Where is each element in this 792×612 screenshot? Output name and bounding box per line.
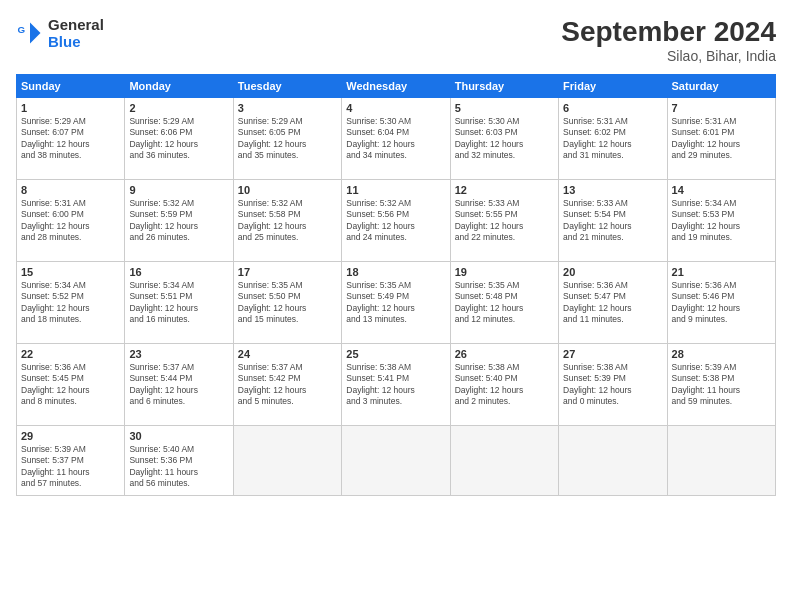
day-info: Sunrise: 5:32 AM Sunset: 5:58 PM Dayligh… xyxy=(238,198,337,244)
day-number: 22 xyxy=(21,348,120,360)
day-number: 14 xyxy=(672,184,771,196)
day-info: Sunrise: 5:30 AM Sunset: 6:04 PM Dayligh… xyxy=(346,116,445,162)
day-number: 4 xyxy=(346,102,445,114)
day-number: 9 xyxy=(129,184,228,196)
day-info: Sunrise: 5:30 AM Sunset: 6:03 PM Dayligh… xyxy=(455,116,554,162)
day-number: 20 xyxy=(563,266,662,278)
table-row: 4Sunrise: 5:30 AM Sunset: 6:04 PM Daylig… xyxy=(342,98,450,180)
table-row: 19Sunrise: 5:35 AM Sunset: 5:48 PM Dayli… xyxy=(450,262,558,344)
table-row: 5Sunrise: 5:30 AM Sunset: 6:03 PM Daylig… xyxy=(450,98,558,180)
day-number: 10 xyxy=(238,184,337,196)
day-number: 26 xyxy=(455,348,554,360)
day-number: 12 xyxy=(455,184,554,196)
day-number: 8 xyxy=(21,184,120,196)
day-number: 28 xyxy=(672,348,771,360)
day-number: 11 xyxy=(346,184,445,196)
logo: G General Blue xyxy=(16,16,104,50)
table-row: 15Sunrise: 5:34 AM Sunset: 5:52 PM Dayli… xyxy=(17,262,125,344)
day-info: Sunrise: 5:33 AM Sunset: 5:55 PM Dayligh… xyxy=(455,198,554,244)
logo-icon: G xyxy=(16,19,44,47)
day-info: Sunrise: 5:34 AM Sunset: 5:51 PM Dayligh… xyxy=(129,280,228,326)
day-info: Sunrise: 5:29 AM Sunset: 6:06 PM Dayligh… xyxy=(129,116,228,162)
day-info: Sunrise: 5:38 AM Sunset: 5:39 PM Dayligh… xyxy=(563,362,662,408)
day-info: Sunrise: 5:39 AM Sunset: 5:38 PM Dayligh… xyxy=(672,362,771,408)
header-saturday: Saturday xyxy=(667,75,775,98)
logo-line1: General xyxy=(48,16,104,33)
table-row: 14Sunrise: 5:34 AM Sunset: 5:53 PM Dayli… xyxy=(667,180,775,262)
header-thursday: Thursday xyxy=(450,75,558,98)
header-friday: Friday xyxy=(559,75,667,98)
table-row: 8Sunrise: 5:31 AM Sunset: 6:00 PM Daylig… xyxy=(17,180,125,262)
day-info: Sunrise: 5:32 AM Sunset: 5:56 PM Dayligh… xyxy=(346,198,445,244)
table-row: 27Sunrise: 5:38 AM Sunset: 5:39 PM Dayli… xyxy=(559,344,667,426)
day-number: 3 xyxy=(238,102,337,114)
day-info: Sunrise: 5:37 AM Sunset: 5:44 PM Dayligh… xyxy=(129,362,228,408)
day-info: Sunrise: 5:34 AM Sunset: 5:52 PM Dayligh… xyxy=(21,280,120,326)
table-row: 29Sunrise: 5:39 AM Sunset: 5:37 PM Dayli… xyxy=(17,426,125,496)
day-info: Sunrise: 5:40 AM Sunset: 5:36 PM Dayligh… xyxy=(129,444,228,490)
table-row: 7Sunrise: 5:31 AM Sunset: 6:01 PM Daylig… xyxy=(667,98,775,180)
day-number: 6 xyxy=(563,102,662,114)
table-row: 30Sunrise: 5:40 AM Sunset: 5:36 PM Dayli… xyxy=(125,426,233,496)
table-row xyxy=(233,426,341,496)
table-row: 3Sunrise: 5:29 AM Sunset: 6:05 PM Daylig… xyxy=(233,98,341,180)
day-info: Sunrise: 5:29 AM Sunset: 6:05 PM Dayligh… xyxy=(238,116,337,162)
table-row: 18Sunrise: 5:35 AM Sunset: 5:49 PM Dayli… xyxy=(342,262,450,344)
day-info: Sunrise: 5:36 AM Sunset: 5:47 PM Dayligh… xyxy=(563,280,662,326)
table-row: 11Sunrise: 5:32 AM Sunset: 5:56 PM Dayli… xyxy=(342,180,450,262)
calendar: Sunday Monday Tuesday Wednesday Thursday… xyxy=(16,74,776,496)
day-number: 29 xyxy=(21,430,120,442)
table-row: 24Sunrise: 5:37 AM Sunset: 5:42 PM Dayli… xyxy=(233,344,341,426)
table-row: 28Sunrise: 5:39 AM Sunset: 5:38 PM Dayli… xyxy=(667,344,775,426)
day-number: 16 xyxy=(129,266,228,278)
header-tuesday: Tuesday xyxy=(233,75,341,98)
table-row xyxy=(342,426,450,496)
month-title: September 2024 xyxy=(561,16,776,48)
table-row: 12Sunrise: 5:33 AM Sunset: 5:55 PM Dayli… xyxy=(450,180,558,262)
header-sunday: Sunday xyxy=(17,75,125,98)
day-info: Sunrise: 5:35 AM Sunset: 5:49 PM Dayligh… xyxy=(346,280,445,326)
svg-text:G: G xyxy=(17,24,25,35)
table-row: 20Sunrise: 5:36 AM Sunset: 5:47 PM Dayli… xyxy=(559,262,667,344)
day-info: Sunrise: 5:31 AM Sunset: 6:02 PM Dayligh… xyxy=(563,116,662,162)
subtitle: Silao, Bihar, India xyxy=(561,48,776,64)
title-area: September 2024 Silao, Bihar, India xyxy=(561,16,776,64)
svg-marker-1 xyxy=(30,23,41,44)
day-info: Sunrise: 5:37 AM Sunset: 5:42 PM Dayligh… xyxy=(238,362,337,408)
day-number: 5 xyxy=(455,102,554,114)
day-info: Sunrise: 5:36 AM Sunset: 5:46 PM Dayligh… xyxy=(672,280,771,326)
day-number: 13 xyxy=(563,184,662,196)
day-number: 17 xyxy=(238,266,337,278)
table-row: 13Sunrise: 5:33 AM Sunset: 5:54 PM Dayli… xyxy=(559,180,667,262)
header-monday: Monday xyxy=(125,75,233,98)
day-number: 18 xyxy=(346,266,445,278)
table-row: 22Sunrise: 5:36 AM Sunset: 5:45 PM Dayli… xyxy=(17,344,125,426)
day-number: 23 xyxy=(129,348,228,360)
table-row: 1Sunrise: 5:29 AM Sunset: 6:07 PM Daylig… xyxy=(17,98,125,180)
day-number: 21 xyxy=(672,266,771,278)
day-info: Sunrise: 5:35 AM Sunset: 5:48 PM Dayligh… xyxy=(455,280,554,326)
day-info: Sunrise: 5:34 AM Sunset: 5:53 PM Dayligh… xyxy=(672,198,771,244)
table-row: 10Sunrise: 5:32 AM Sunset: 5:58 PM Dayli… xyxy=(233,180,341,262)
day-number: 2 xyxy=(129,102,228,114)
table-row xyxy=(559,426,667,496)
table-row xyxy=(667,426,775,496)
day-number: 1 xyxy=(21,102,120,114)
day-number: 7 xyxy=(672,102,771,114)
day-number: 27 xyxy=(563,348,662,360)
table-row: 9Sunrise: 5:32 AM Sunset: 5:59 PM Daylig… xyxy=(125,180,233,262)
table-row: 2Sunrise: 5:29 AM Sunset: 6:06 PM Daylig… xyxy=(125,98,233,180)
table-row: 6Sunrise: 5:31 AM Sunset: 6:02 PM Daylig… xyxy=(559,98,667,180)
logo-line2: Blue xyxy=(48,33,104,50)
day-info: Sunrise: 5:38 AM Sunset: 5:41 PM Dayligh… xyxy=(346,362,445,408)
table-row: 25Sunrise: 5:38 AM Sunset: 5:41 PM Dayli… xyxy=(342,344,450,426)
day-number: 19 xyxy=(455,266,554,278)
table-row: 16Sunrise: 5:34 AM Sunset: 5:51 PM Dayli… xyxy=(125,262,233,344)
header-wednesday: Wednesday xyxy=(342,75,450,98)
day-info: Sunrise: 5:32 AM Sunset: 5:59 PM Dayligh… xyxy=(129,198,228,244)
day-info: Sunrise: 5:35 AM Sunset: 5:50 PM Dayligh… xyxy=(238,280,337,326)
table-row: 17Sunrise: 5:35 AM Sunset: 5:50 PM Dayli… xyxy=(233,262,341,344)
day-number: 24 xyxy=(238,348,337,360)
table-row: 23Sunrise: 5:37 AM Sunset: 5:44 PM Dayli… xyxy=(125,344,233,426)
day-info: Sunrise: 5:36 AM Sunset: 5:45 PM Dayligh… xyxy=(21,362,120,408)
